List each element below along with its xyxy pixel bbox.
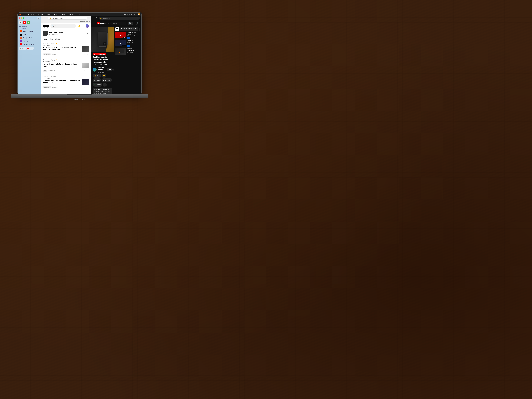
sidebar-item-verge[interactable]: The Verge xyxy=(19,40,40,43)
yt-search-button[interactable]: 🔍 xyxy=(128,21,133,25)
article-item-2[interactable]: Published in 2 days ago ✦ Mac O'Clock 7 … xyxy=(41,74,91,90)
article-save-btn-1[interactable]: ⊕ xyxy=(83,70,86,72)
yt-rec-item-0[interactable]: ▶ 9:17 OnePlus Ope... Beeborn ✓ 102K vie… xyxy=(115,32,140,39)
browser-area: ⊞ ⏺ ▶ ◉ Per xyxy=(18,16,141,94)
wifi-icon: 📶 xyxy=(138,13,140,15)
heart-icon[interactable]: ♡ xyxy=(28,90,31,93)
article-boost-2: ✦ xyxy=(57,76,57,77)
yt-share-btn[interactable]: ↗ Share xyxy=(93,78,101,82)
arc-pinned-app[interactable]: ◉ xyxy=(27,21,30,24)
article-more-btn-1[interactable]: ··· xyxy=(87,70,89,72)
yt-back-btn[interactable]: ‹ xyxy=(93,17,93,19)
yt-channel-avatar[interactable] xyxy=(93,68,97,72)
article-tag-1[interactable]: Tech xyxy=(43,70,47,72)
yt-rec-item-2[interactable]: Andrew is the worst 🔥 MKBHD Team Comment… xyxy=(115,48,140,55)
medium-profile-avatar[interactable] xyxy=(86,24,89,28)
article-published-0: Published in xyxy=(43,43,50,44)
sidebar-item-ars[interactable]: Tech | Ars Technica xyxy=(19,36,40,39)
yt-sidebar-tab-channel[interactable]: From Marques Brownlee xyxy=(120,27,139,31)
plus-new-icon[interactable]: + xyxy=(36,90,39,93)
article-source-row-0: Mac O'Clock xyxy=(43,45,89,46)
article-row-0: 6 new iPadOS 17 Features That Will Make … xyxy=(43,46,89,52)
traffic-light-close[interactable] xyxy=(19,17,20,19)
sidebar-toggle-icon[interactable]: ⊞ xyxy=(37,17,39,19)
article-thumb-2 xyxy=(82,79,89,85)
yt-url-bar[interactable]: 🔒 youtube.com xyxy=(99,17,140,19)
pub-tab-home[interactable]: Home xyxy=(43,37,47,41)
yt-video-description[interactable]: 3.4M views 5 days ago OnePlus Open is th… xyxy=(93,88,112,94)
yt-rec-item-1[interactable]: ▶ 10:03 OnePlus OPE... Tech Boss ✓ 347K … xyxy=(115,40,140,47)
apple-menu[interactable]: 🍎 xyxy=(19,13,21,15)
twitter-favicon: 𝕏 xyxy=(20,34,22,36)
yt-thanks-btn[interactable]: 💲 Thanks xyxy=(93,83,102,87)
article-thumb-0 xyxy=(82,46,89,52)
arc-add-tab[interactable]: + + New Tab xyxy=(18,27,41,30)
article-save-btn-2[interactable]: ⊕ xyxy=(83,86,86,88)
yt-refresh-btn[interactable]: ↻ xyxy=(96,17,98,19)
article-more-btn-0[interactable]: ··· xyxy=(87,53,89,56)
medium-browser-chrome: ‹ › 🔒 theusefultech.com ✕ Open in app ↗ xyxy=(41,16,91,23)
arc-pinned-youtube[interactable]: ▶ xyxy=(23,21,26,24)
menu-archive[interactable]: Archive xyxy=(52,13,57,15)
menu-spaces[interactable]: Spaces xyxy=(40,13,45,15)
medium-forward-btn[interactable]: › xyxy=(45,17,47,19)
menu-file[interactable]: File xyxy=(27,13,29,15)
article-list: Published in 1 day ago ✦ Mac O'Clock 6 n… xyxy=(41,41,91,91)
yt-join-btn[interactable]: Join xyxy=(107,68,113,71)
trash-icon[interactable]: 🗑 xyxy=(19,90,22,93)
sidebar-item-youtube-video[interactable]: ▶ I spent $50,000 o... xyxy=(19,43,40,46)
macbook-label: MacBook Pro xyxy=(74,99,85,101)
yt-like-btn[interactable]: 👍 105K xyxy=(93,74,101,77)
traffic-light-minimize[interactable] xyxy=(21,17,22,19)
yt-logo[interactable]: Premium TM xyxy=(97,23,109,25)
open-in-app-label[interactable]: Open in app xyxy=(80,21,88,22)
article-tag-2[interactable]: Technology xyxy=(43,86,51,88)
menu-view[interactable]: View xyxy=(36,13,39,15)
yt-channel-row: Marques Brownlee ✓ 17.7M subscribers Joi… xyxy=(93,67,112,73)
arc-pinned-record[interactable]: ⏺ xyxy=(19,21,22,24)
yt-dislike-btn[interactable]: 👎 xyxy=(102,74,106,77)
arc-mini-tab-0[interactable]: The... xyxy=(19,47,26,50)
yt-rec-thumb-2: Andrew is the worst 🔥 xyxy=(115,48,126,55)
medium-write-icon[interactable]: ✏ xyxy=(82,25,84,27)
sidebar-item-reddit[interactable]: Reddit - Dive into... xyxy=(19,30,40,33)
yt-search-input[interactable] xyxy=(112,23,124,24)
traffic-light-fullscreen[interactable] xyxy=(23,17,24,19)
yt-rec-thumb-0: ▶ 9:17 xyxy=(115,32,126,38)
menu-tabs[interactable]: Tabs xyxy=(47,13,50,15)
medium-bell-icon[interactable]: 🔔 xyxy=(77,25,81,27)
pub-more-btn[interactable]: ··· xyxy=(87,32,89,35)
yt-download-btn[interactable]: ⬇ Download xyxy=(101,78,112,82)
pub-tab-about[interactable]: About xyxy=(55,37,60,41)
menu-arc[interactable]: Arc xyxy=(23,13,25,15)
medium-logo[interactable]: ⬤⬤ xyxy=(43,24,49,28)
medium-back-btn[interactable]: ‹ xyxy=(42,17,44,19)
article-time-0: 1 day ago xyxy=(50,43,56,44)
article-more-btn-2[interactable]: ··· xyxy=(87,86,89,88)
medium-address-bar[interactable]: 🔒 theusefultech.com xyxy=(48,17,87,19)
yt-sidebar-tab-more[interactable]: Sa xyxy=(139,27,140,31)
yt-more-btn[interactable]: ··· xyxy=(103,83,107,87)
medium-search-bar[interactable]: 🔍 Search xyxy=(51,24,76,28)
menu-extensions[interactable]: Extensions xyxy=(59,13,66,15)
yt-video-player[interactable] xyxy=(91,27,114,51)
yt-search-bar[interactable] xyxy=(110,21,126,25)
pub-meta: The Useful Tech 35K Followers xyxy=(49,32,86,35)
yt-channel-name[interactable]: Marques Brownlee ✓ xyxy=(98,67,106,70)
youtube-favicon: ▶ xyxy=(20,43,22,45)
article-item[interactable]: Published in 1 day ago ✦ Mac O'Clock 6 n… xyxy=(41,41,91,57)
yt-mic-icon[interactable]: 🎤 xyxy=(135,21,139,25)
medium-close-btn[interactable]: ✕ xyxy=(88,17,90,19)
sidebar-item-twitter[interactable]: 𝕏 Twitter xyxy=(19,33,40,36)
yt-forward-btn[interactable]: › xyxy=(94,17,95,19)
arc-mini-tab-1[interactable]: ▶ One... xyxy=(26,47,34,50)
yt-hamburger-icon[interactable]: ☰ xyxy=(93,22,95,25)
pub-tab-lists[interactable]: Lists xyxy=(50,37,53,41)
article-save-btn-0[interactable]: ⊕ xyxy=(83,53,86,56)
menu-help[interactable]: Help xyxy=(75,13,78,15)
article-tag-0[interactable]: Technology xyxy=(43,53,51,55)
article-item-1[interactable]: Published in 1 day ago ✦ Mac O'Clock Her… xyxy=(41,57,91,74)
menu-window[interactable]: Window xyxy=(68,13,73,15)
yt-sidebar-tab-all[interactable]: All xyxy=(115,27,119,31)
menu-edit[interactable]: Edit xyxy=(31,13,34,15)
